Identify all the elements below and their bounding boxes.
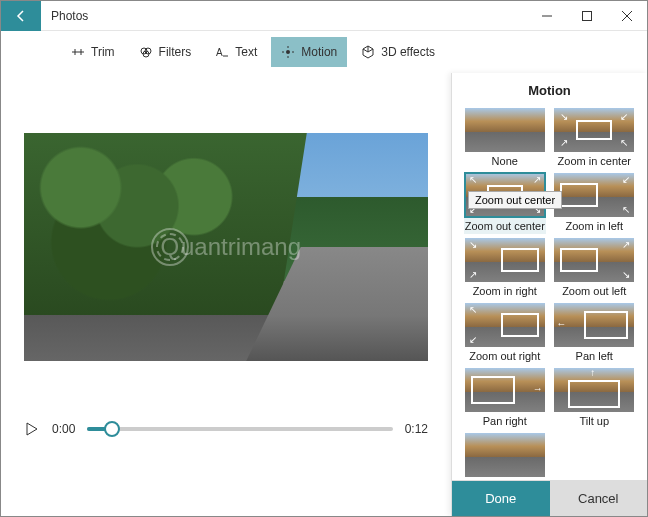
done-button[interactable]: Done: [452, 481, 550, 516]
time-current: 0:00: [52, 422, 75, 436]
tooltip: Zoom out center: [468, 191, 562, 209]
play-button[interactable]: [24, 421, 40, 437]
text-button[interactable]: A Text: [205, 37, 267, 67]
svg-point-6: [286, 50, 290, 54]
motion-option-zoom-out-right[interactable]: ↖↙ Zoom out right: [464, 303, 546, 364]
motion-label: Zoom in left: [554, 217, 636, 234]
motion-thumb: ↘↗: [465, 238, 545, 282]
filters-button[interactable]: Filters: [129, 37, 202, 67]
motion-label: Motion: [301, 45, 337, 59]
motion-thumb: ↙↖: [554, 173, 634, 217]
filters-icon: [139, 45, 153, 59]
close-button[interactable]: [607, 1, 647, 31]
motion-thumb: →: [465, 368, 545, 412]
motion-thumb: [465, 108, 545, 152]
titlebar: Photos: [1, 1, 647, 31]
motion-thumb: ←: [554, 303, 634, 347]
window-controls: [527, 1, 647, 31]
motion-thumb: ↗↘: [554, 238, 634, 282]
motion-panel: Motion None ↘↙ ↗↖ Zoom in center Zoom ou…: [451, 73, 647, 516]
motion-grid[interactable]: None ↘↙ ↗↖ Zoom in center Zoom out cente…: [452, 104, 647, 480]
time-duration: 0:12: [405, 422, 428, 436]
motion-label: Pan right: [464, 412, 546, 429]
watermark-logo-icon: Q: [151, 228, 189, 266]
3d-effects-button[interactable]: 3D effects: [351, 37, 445, 67]
motion-option-zoom-in-center[interactable]: ↘↙ ↗↖ Zoom in center: [554, 108, 636, 169]
filters-label: Filters: [159, 45, 192, 59]
text-icon: A: [215, 45, 229, 59]
cube-icon: [361, 45, 375, 59]
motion-icon: [281, 45, 295, 59]
motion-label: Zoom in right: [464, 282, 546, 299]
effects-label: 3D effects: [381, 45, 435, 59]
app-title: Photos: [41, 9, 527, 23]
slider-thumb[interactable]: [104, 421, 120, 437]
motion-option-none[interactable]: None: [464, 108, 546, 169]
trim-label: Trim: [91, 45, 115, 59]
arrow-left-icon: [14, 9, 28, 23]
motion-option-extra[interactable]: [464, 433, 546, 477]
motion-option-zoom-out-left[interactable]: ↗↘ Zoom out left: [554, 238, 636, 299]
minimize-button[interactable]: [527, 1, 567, 31]
svg-text:A: A: [216, 47, 223, 58]
preview-scene-trees: [24, 133, 307, 315]
motion-thumb: ↑: [554, 368, 634, 412]
watermark-text: uantrimang: [181, 233, 301, 261]
trim-button[interactable]: Trim: [61, 37, 125, 67]
motion-option-zoom-in-left[interactable]: ↙↖ Zoom in left: [554, 173, 636, 234]
panel-buttons: Done Cancel: [452, 480, 647, 516]
motion-thumb: [465, 433, 545, 477]
watermark: Q uantrimang: [151, 228, 301, 266]
motion-label: Zoom in center: [554, 152, 636, 169]
motion-thumb: ↖↙: [465, 303, 545, 347]
trim-icon: [71, 45, 85, 59]
motion-option-pan-left[interactable]: ← Pan left: [554, 303, 636, 364]
back-button[interactable]: [1, 1, 41, 31]
motion-option-pan-right[interactable]: → Pan right: [464, 368, 546, 429]
motion-thumb: ↘↙ ↗↖: [554, 108, 634, 152]
motion-label: Zoom out center: [464, 217, 546, 234]
maximize-button[interactable]: [567, 1, 607, 31]
motion-label: Zoom out right: [464, 347, 546, 364]
motion-label: Tilt up: [554, 412, 636, 429]
preview-pane: Q uantrimang 0:00 0:12: [1, 73, 451, 516]
motion-button[interactable]: Motion: [271, 37, 347, 67]
panel-title: Motion: [452, 73, 647, 104]
player-controls: 0:00 0:12: [24, 421, 428, 437]
main-area: Q uantrimang 0:00 0:12 Motion None: [1, 73, 647, 516]
toolbar: Trim Filters A Text Motion 3D effects: [1, 31, 647, 73]
motion-label: Zoom out left: [554, 282, 636, 299]
motion-option-zoom-out-center[interactable]: Zoom out center ↖↗ ↙↘ Zoom out center: [464, 173, 546, 234]
motion-label: Pan left: [554, 347, 636, 364]
motion-label: None: [464, 152, 546, 169]
video-preview[interactable]: Q uantrimang: [24, 133, 428, 361]
cancel-button[interactable]: Cancel: [550, 481, 648, 516]
motion-option-tilt-up[interactable]: ↑ Tilt up: [554, 368, 636, 429]
text-label: Text: [235, 45, 257, 59]
timeline-slider[interactable]: [87, 427, 392, 431]
motion-option-zoom-in-right[interactable]: ↘↗ Zoom in right: [464, 238, 546, 299]
svg-rect-1: [583, 11, 592, 20]
